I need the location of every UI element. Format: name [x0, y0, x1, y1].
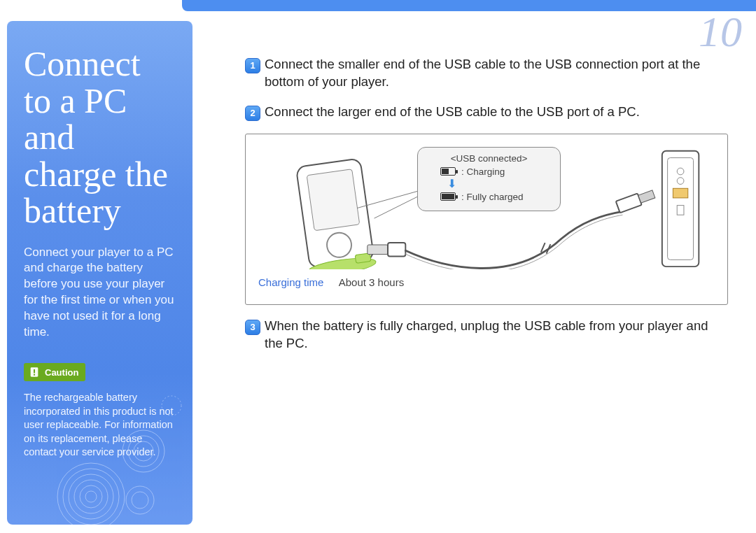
- top-accent-strip: [182, 0, 756, 11]
- svg-point-5: [69, 474, 113, 519]
- charging-time-value: About 3 hours: [339, 276, 404, 288]
- charging-time-label: Charging time: [258, 276, 323, 288]
- svg-point-6: [74, 480, 108, 513]
- battery-charging-icon: [440, 167, 456, 176]
- step-text: Connect the larger end of the USB cable …: [265, 104, 728, 121]
- usb-connected-callout: <USB connected> : Charging ⬇ : Fully cha…: [417, 147, 561, 211]
- svg-rect-21: [388, 243, 405, 256]
- step-number-badge: 1: [245, 58, 260, 73]
- caution-badge: Caution: [24, 363, 85, 381]
- main-content: 1 Connect the smaller end of the USB cab…: [245, 56, 728, 365]
- page-title: Connect to a PC and charge the battery: [24, 45, 176, 229]
- manual-page: 10 Connect to a PC and charge the batter…: [0, 0, 756, 533]
- svg-point-14: [132, 492, 148, 509]
- caution-text: The rechargeable battery incorporated in…: [24, 391, 176, 460]
- svg-rect-22: [616, 193, 642, 213]
- fully-charged-label: : Fully charged: [461, 192, 524, 202]
- step-number-badge: 3: [245, 320, 260, 335]
- caution-label: Caution: [45, 367, 78, 378]
- svg-point-3: [57, 463, 125, 525]
- step-1: 1 Connect the smaller end of the USB cab…: [245, 56, 728, 91]
- step-text: Connect the smaller end of the USB cable…: [265, 56, 728, 91]
- charging-label: : Charging: [461, 166, 505, 177]
- svg-point-8: [85, 491, 97, 502]
- charging-time-row: Charging time About 3 hours: [258, 276, 715, 288]
- caution-icon: [28, 366, 41, 378]
- svg-point-7: [80, 485, 102, 508]
- illustration-box: <USB connected> : Charging ⬇ : Fully cha…: [245, 134, 728, 305]
- step-text: When the battery is fully charged, unplu…: [265, 318, 728, 353]
- arrow-down-icon: ⬇: [447, 177, 552, 190]
- svg-rect-16: [307, 169, 360, 231]
- step-3: 3 When the battery is fully charged, unp…: [245, 318, 728, 353]
- svg-rect-20: [368, 245, 388, 255]
- page-number: 10: [699, 7, 742, 57]
- sidebar-description: Connect your player to a PC and charge t…: [24, 245, 176, 341]
- svg-point-4: [63, 469, 119, 525]
- step-number-badge: 2: [245, 106, 260, 121]
- svg-rect-23: [638, 190, 655, 203]
- svg-point-13: [126, 486, 154, 514]
- step-2: 2 Connect the larger end of the USB cabl…: [245, 104, 728, 121]
- svg-rect-26: [673, 188, 687, 198]
- battery-full-icon: [440, 192, 456, 201]
- svg-rect-1: [34, 369, 35, 373]
- callout-title: <USB connected>: [426, 153, 552, 164]
- svg-rect-2: [34, 374, 35, 376]
- sidebar-panel: Connect to a PC and charge the battery C…: [7, 21, 192, 525]
